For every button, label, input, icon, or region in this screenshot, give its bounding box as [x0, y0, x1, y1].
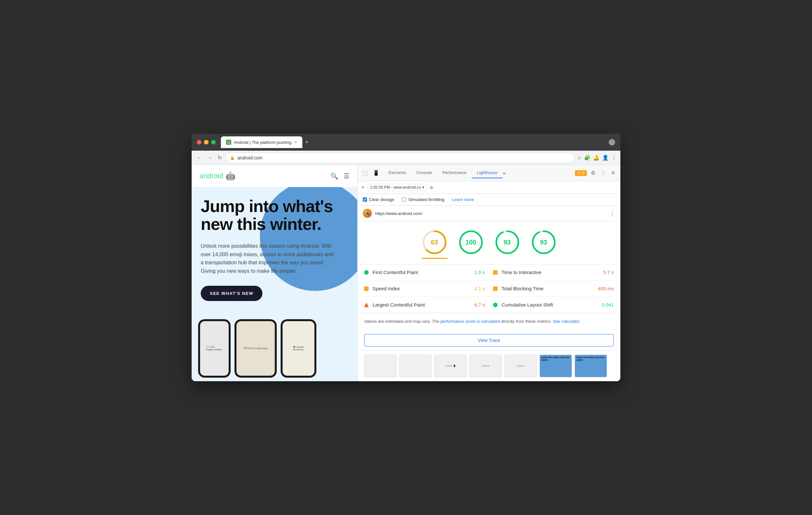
options-bar: Clear storage Simulated throttling Learn… [357, 194, 620, 206]
address-bar[interactable]: 🔒 android.com [226, 153, 574, 163]
star-icon[interactable]: ☆ [577, 155, 581, 161]
score-gauge-100: 100 [458, 229, 484, 255]
devtools-panel: ⬚ 📱 Elements Console Performance Lightho… [357, 165, 620, 381]
forward-button[interactable]: → [206, 154, 214, 162]
profile-icon[interactable]: 👤 [602, 155, 609, 161]
cls-value: 0.041 [602, 302, 614, 307]
android-menu-icon[interactable]: ☰ [344, 172, 349, 180]
view-trace-button[interactable]: View Trace [364, 334, 614, 346]
si-indicator [364, 286, 369, 291]
perf-score-link[interactable]: performance score is calculated [440, 319, 500, 324]
android-nav-icons: 🔍 ☰ [330, 172, 349, 180]
device-toggle-button[interactable]: 📱 [372, 169, 381, 177]
android-phones: 💬 JohnHappy holidays! 🗺 Search Google Ma… [192, 311, 357, 377]
android-hero: Jump into what's new this winter. Unlock… [192, 187, 357, 311]
refresh-button[interactable]: ↻ [216, 153, 223, 162]
phone-2: 🗺 Search Google Maps [234, 319, 277, 377]
shield-icon [609, 139, 615, 146]
score-2: 100 [458, 229, 484, 259]
title-bar: 🤖 Android | The platform pushing ✕ + [192, 134, 620, 151]
clear-storage-option[interactable]: Clear storage [363, 197, 394, 202]
fcp-value: 1.0 s [474, 270, 485, 275]
filmstrip-frame-6: Jump into what's new this winter. [540, 355, 572, 377]
block-icon[interactable]: ⊘ [430, 185, 433, 190]
phone-3-content: 📚 WaldenAudiobook [283, 321, 314, 376]
fcp-indicator [364, 270, 369, 275]
calculator-link[interactable]: See calculator. [553, 319, 580, 324]
settings-button[interactable]: ⚙ [589, 169, 597, 177]
hero-title: Jump into what's new this winter. [201, 198, 348, 233]
frame-5-content: android [505, 355, 536, 377]
score-value-63: 63 [431, 239, 438, 246]
android-search-icon[interactable]: 🔍 [330, 172, 339, 180]
simulated-throttling-option[interactable]: Simulated throttling [402, 197, 444, 202]
frame-2-content [400, 355, 431, 377]
maximize-window-button[interactable] [211, 140, 216, 145]
filmstrip: android 📱 android android Jump into what… [357, 351, 620, 381]
tab-console[interactable]: Console [411, 168, 437, 178]
frame-3-content: android 📱 [435, 355, 466, 377]
tti-value: 5.7 s [603, 270, 614, 275]
devtools-toolbar-right: ⚠ 2 ⚙ ⋮ ✕ [575, 169, 616, 177]
lighthouse-icon: 🔦 [363, 209, 372, 218]
devtools-menu-button[interactable]: ⋮ [599, 169, 607, 177]
tab-favicon: 🤖 [226, 140, 231, 145]
session-url-selector[interactable]: 1:05:58 PM - www.android.co ▾ [367, 184, 427, 191]
devtools-close-button[interactable]: ✕ [610, 169, 616, 177]
close-window-button[interactable] [197, 140, 201, 145]
cls-indicator [493, 303, 498, 307]
info-text: Values are estimated and may vary. The p… [357, 313, 620, 330]
nav-bar: ← → ↻ 🔒 android.com ☆ 🧩 🔔 👤 ⋮ [192, 151, 620, 165]
simulated-throttling-label: Simulated throttling [408, 197, 444, 202]
tbt-value: 400 ms [598, 286, 614, 291]
main-content: android 🤖 🔍 ☰ Jump into what's new this … [192, 165, 620, 381]
tbt-name: Total Blocking Time [501, 286, 543, 291]
extension-icon[interactable]: 🧩 [584, 155, 590, 161]
score-value-100: 100 [465, 239, 476, 246]
notifications-icon[interactable]: 🔔 [593, 155, 600, 161]
hero-description: Unlock more possibilities this season us… [201, 242, 337, 275]
see-whats-new-button[interactable]: SEE WHAT'S NEW [201, 286, 262, 301]
android-logo: android 🤖 [199, 172, 235, 181]
tab-lighthouse[interactable]: Lighthouse [472, 168, 503, 178]
session-dropdown-icon[interactable]: ▾ [422, 185, 424, 190]
metric-cls: Cumulative Layout Shift 0.041 [485, 302, 614, 307]
phone-3: 📚 WaldenAudiobook [281, 319, 316, 377]
metric-row-2: Speed Index 4.1 s Total Blocking Time 40… [364, 280, 614, 297]
more-tabs-button[interactable]: » [503, 170, 506, 176]
tti-name: Time to Interactive [501, 270, 542, 275]
phone-3-screen: 📚 WaldenAudiobook [283, 321, 314, 376]
back-button[interactable]: ← [196, 154, 203, 162]
clear-storage-checkbox[interactable] [363, 198, 367, 202]
score-gauge-93a: 93 [494, 229, 520, 255]
frame-7-content: Jump into what's new this winter. [575, 355, 607, 363]
android-header: android 🤖 🔍 ☰ [192, 165, 357, 187]
learn-more-link[interactable]: Learn more [452, 197, 473, 202]
warning-badge[interactable]: ⚠ 2 [575, 170, 587, 176]
simulated-throttling-checkbox[interactable] [402, 198, 406, 202]
phone-2-content: 🗺 Search Google Maps [236, 321, 275, 376]
tab-performance[interactable]: Performance [437, 168, 472, 178]
tab-bar: 🤖 Android | The platform pushing ✕ + [221, 137, 606, 148]
active-tab[interactable]: 🤖 Android | The platform pushing ✕ [221, 137, 302, 148]
score-performance: 63 [422, 229, 447, 259]
score-4: 93 [531, 229, 557, 259]
tti-indicator [493, 270, 498, 275]
si-name: Speed Index [373, 286, 400, 291]
menu-icon[interactable]: ⋮ [611, 155, 616, 161]
si-value: 4.1 s [474, 286, 485, 291]
info-middle: directly from these metrics. [500, 319, 553, 324]
new-tab-button[interactable]: + [305, 139, 309, 146]
tab-elements[interactable]: Elements [383, 168, 411, 178]
score-underline [422, 258, 447, 259]
devtools-toolbar: ⬚ 📱 Elements Console Performance Lightho… [357, 165, 620, 181]
elements-selector-button[interactable]: ⬚ [361, 169, 369, 177]
minimize-window-button[interactable] [204, 140, 208, 145]
clear-storage-label: Clear storage [369, 197, 394, 202]
filmstrip-frame-7: Jump into what's new this winter. [575, 355, 607, 377]
tab-close-button[interactable]: ✕ [294, 140, 297, 145]
lighthouse-url-options[interactable]: ⋮ [609, 210, 615, 217]
lock-icon: 🔒 [230, 155, 235, 160]
add-session-button[interactable]: + [361, 184, 365, 190]
session-timestamp: 1:05:58 PM - www.android.co [370, 185, 421, 190]
